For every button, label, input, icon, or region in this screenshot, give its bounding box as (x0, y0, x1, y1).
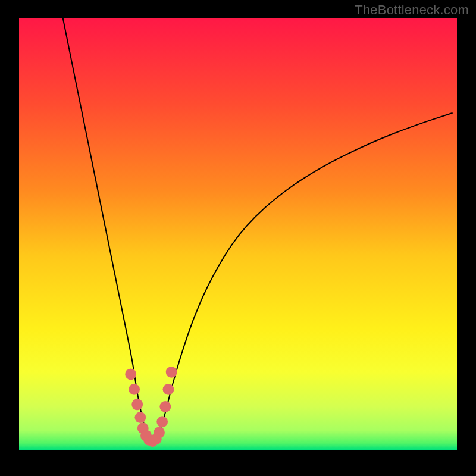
bottom-marker-dot (129, 384, 140, 395)
bottom-marker-dot (159, 401, 171, 412)
bottleneck-chart (19, 18, 457, 450)
plot-area (19, 18, 457, 450)
bottom-marker-dot (125, 369, 136, 380)
bottom-marker-dot (166, 367, 177, 378)
bottom-marker-dot (156, 416, 168, 427)
bottom-marker-dot (131, 399, 143, 410)
watermark-label: TheBottleneck.com (355, 2, 469, 18)
gradient-background (19, 18, 457, 450)
bottom-marker-dot (154, 427, 165, 439)
bottom-marker-dot (163, 384, 174, 395)
bottom-marker-dot (134, 412, 146, 423)
